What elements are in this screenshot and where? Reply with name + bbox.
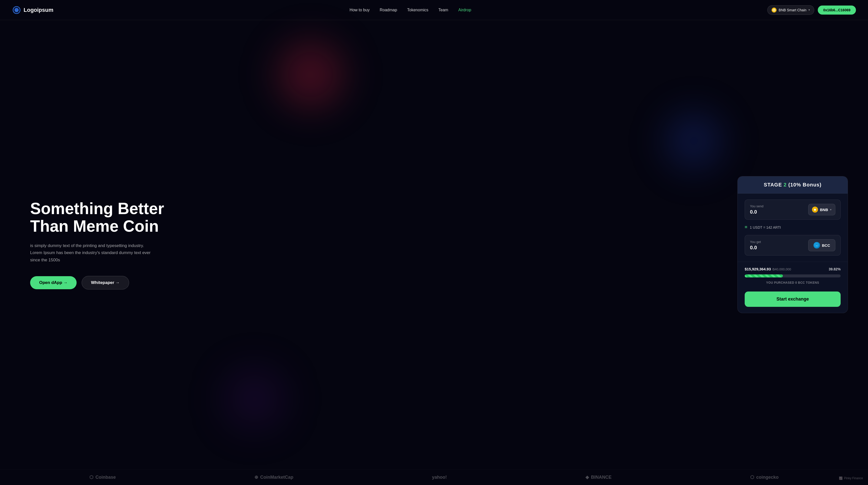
rate-row: = 1 USDT = 142 ARTI (745, 224, 841, 231)
bnb-chevron-icon: ▾ (830, 208, 832, 211)
navbar: Logoipsum How to buy Roadmap Tokenomics … (0, 0, 868, 20)
footer-logo-coinbase: ⬡ Coinbase (89, 475, 116, 480)
send-input-group: You send 0.0 BNB ▾ (745, 200, 841, 220)
equals-icon: = (745, 225, 747, 230)
get-label: You get (750, 240, 761, 244)
card-body: You send 0.0 BNB ▾ = 1 USDT = 142 ARTI (738, 193, 848, 262)
coingecko-icon: ⬡ (750, 475, 754, 480)
nav-tokenomics[interactable]: Tokenomics (407, 8, 428, 12)
exchange-section: STAGE 2 (10% Bonus) You send 0.0 BNB (737, 176, 848, 313)
cta-buttons: Open dApp → Whitepaper → (30, 276, 181, 290)
nav-links: How to buy Roadmap Tokenomics Team Airdr… (350, 8, 471, 12)
stage-number: 2 (784, 182, 786, 187)
nav-team[interactable]: Team (438, 8, 448, 12)
svg-point-8 (816, 244, 817, 246)
footer-logo-yahoo: yahoo! (432, 475, 447, 480)
svg-marker-5 (774, 10, 775, 12)
nav-airdrop[interactable]: Airdrop (458, 8, 471, 12)
logo[interactable]: Logoipsum (12, 5, 54, 14)
purchased-text: YOU PURCHASED 0 BCC TOKENS (745, 281, 841, 284)
whitepaper-button[interactable]: Whitepaper → (82, 276, 129, 290)
page-wrapper: Logoipsum How to buy Roadmap Tokenomics … (0, 0, 868, 485)
nav-right: BNB Smart Chain ▾ 0x16b6...C16069 (767, 5, 856, 15)
rate-text: 1 USDT = 142 ARTI (750, 225, 781, 230)
progress-section: $15,929,364.93 /$40,000,000 39.82% YOU P… (738, 262, 848, 290)
logo-icon (12, 5, 21, 14)
progress-bar-bg (745, 274, 841, 277)
stage-banner: STAGE 2 (10% Bonus) (738, 176, 848, 193)
wallet-button[interactable]: 0x16b6...C16069 (818, 5, 856, 14)
hero-title: Something Better Than Meme Coin (30, 200, 181, 235)
bnb-token-selector[interactable]: BNB ▾ (808, 204, 836, 215)
coinmarketcap-icon: ⊕ (254, 475, 258, 480)
footer-logo-coinmarketcap: ⊕ CoinMarketCap (254, 475, 293, 480)
hero-subtitle: is simply dummy text of the printing and… (30, 242, 151, 264)
open-dapp-button[interactable]: Open dApp → (30, 276, 76, 289)
exchange-button[interactable]: Start exchange (745, 292, 841, 307)
progress-bar-fill (745, 274, 783, 277)
raised-amount: $15,929,364.93 (745, 267, 771, 271)
footer-logos: ⬡ Coinbase ⊕ CoinMarketCap yahoo! ◆ BINA… (0, 469, 868, 485)
main-content: Something Better Than Meme Coin is simpl… (0, 20, 868, 469)
hero-section: Something Better Than Meme Coin is simpl… (30, 200, 181, 290)
logo-text: Logoipsum (24, 7, 54, 13)
footer-logo-coingecko: ⬡ coingecko (750, 475, 779, 480)
bnb-chain-icon (772, 7, 777, 12)
raised-info: $15,929,364.93 /$40,000,000 (745, 267, 791, 271)
bnb-icon (812, 207, 818, 213)
coinbase-icon: ⬡ (89, 475, 93, 480)
raised-total: /$40,000,000 (772, 267, 791, 271)
svg-marker-3 (772, 9, 774, 10)
chevron-down-icon: ▾ (808, 8, 810, 11)
bcc-token-name: BCC (822, 243, 830, 247)
get-value[interactable]: 0.0 (750, 245, 761, 250)
bcc-token-selector[interactable]: BCC (808, 239, 836, 251)
chain-selector[interactable]: BNB Smart Chain ▾ (767, 5, 814, 15)
bcc-icon (813, 242, 820, 248)
footer-logo-binance: ◆ BINANCE (585, 475, 612, 480)
send-label: You send (750, 204, 764, 208)
progress-percentage: 39.82% (829, 267, 841, 271)
progress-header: $15,929,364.93 /$40,000,000 39.82% (745, 267, 841, 271)
stage-label: STAGE (764, 182, 782, 187)
exchange-card: STAGE 2 (10% Bonus) You send 0.0 BNB (737, 176, 848, 313)
binance-icon: ◆ (585, 475, 589, 480)
svg-marker-4 (775, 9, 776, 10)
bnb-token-name: BNB (820, 208, 828, 212)
send-value[interactable]: 0.0 (750, 209, 764, 215)
chain-name: BNB Smart Chain (779, 8, 806, 12)
nav-roadmap[interactable]: Roadmap (380, 8, 397, 12)
send-input-left: You send 0.0 (750, 204, 764, 215)
get-input-group: You get 0.0 BCC (745, 235, 841, 255)
nav-how-to-buy[interactable]: How to buy (350, 8, 370, 12)
stage-bonus: (10% Bonus) (788, 182, 822, 187)
get-input-left: You get 0.0 (750, 240, 761, 250)
